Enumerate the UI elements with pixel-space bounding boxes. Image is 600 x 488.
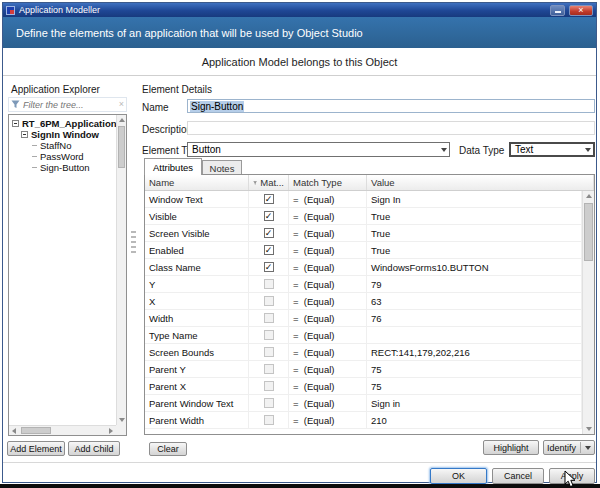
attribute-value: True xyxy=(367,242,582,258)
tree-item-staffno[interactable]: StaffNo xyxy=(12,140,116,151)
header-value[interactable]: Value xyxy=(367,175,594,190)
data-type-dropdown[interactable]: Text xyxy=(509,142,595,157)
match-checkbox[interactable]: ✓ xyxy=(264,194,274,204)
match-type-cell[interactable]: = (Equal) xyxy=(289,378,367,394)
scroll-up-icon[interactable] xyxy=(117,115,127,125)
header-match[interactable]: Mat... xyxy=(249,175,289,190)
element-details-title: Element Details xyxy=(142,84,212,95)
scroll-left-icon[interactable] xyxy=(9,426,19,436)
match-type-cell[interactable]: = (Equal) xyxy=(289,327,367,343)
add-child-button[interactable]: Add Child xyxy=(68,441,120,456)
match-type-cell[interactable]: = (Equal) xyxy=(289,293,367,309)
table-row[interactable]: Visible ✓ = (Equal) True xyxy=(145,208,582,225)
identify-button[interactable]: Identify xyxy=(543,440,595,455)
match-type-cell[interactable]: = (Equal) xyxy=(289,310,367,326)
match-checkbox[interactable] xyxy=(264,415,274,425)
match-checkbox[interactable] xyxy=(264,330,274,340)
scrollbar-thumb[interactable] xyxy=(118,126,125,168)
tree-horizontal-scrollbar[interactable] xyxy=(9,425,116,435)
match-checkbox[interactable]: ✓ xyxy=(264,211,274,221)
tree-vertical-scrollbar[interactable] xyxy=(116,115,126,425)
table-row[interactable]: Parent Window Text = (Equal) Sign in xyxy=(145,395,582,412)
match-type-cell[interactable]: = (Equal) xyxy=(289,208,367,224)
table-row[interactable]: Class Name ✓ = (Equal) WindowsForms10.BU… xyxy=(145,259,582,276)
tab-notes[interactable]: Notes xyxy=(202,160,242,175)
tree-item-password[interactable]: PassWord xyxy=(12,151,116,162)
attributes-table: Name Mat... Match Type Value Window Text… xyxy=(144,174,595,435)
header-name[interactable]: Name xyxy=(145,175,249,190)
match-type-cell[interactable]: = (Equal) xyxy=(289,225,367,241)
match-type-cell[interactable]: = (Equal) xyxy=(289,276,367,292)
table-row[interactable]: Enabled ✓ = (Equal) True xyxy=(145,242,582,259)
match-type-cell[interactable]: = (Equal) xyxy=(289,395,367,411)
tree-item-root[interactable]: RT_6PM_ApplicationModuler xyxy=(12,118,116,129)
table-row[interactable]: Width = (Equal) 76 xyxy=(145,310,582,327)
clear-button[interactable]: Clear xyxy=(149,442,187,456)
table-row[interactable]: X = (Equal) 63 xyxy=(145,293,582,310)
tab-attributes[interactable]: Attributes xyxy=(144,158,202,175)
collapse-icon[interactable] xyxy=(21,131,28,138)
filter-icon xyxy=(11,100,20,109)
tree-item-label: StaffNo xyxy=(40,140,72,151)
name-input[interactable]: Sign-Button xyxy=(187,99,595,113)
attribute-name: Parent Y xyxy=(145,361,249,377)
table-row[interactable]: Parent Y = (Equal) 75 xyxy=(145,361,582,378)
minimize-button[interactable] xyxy=(550,5,565,16)
scroll-down-icon[interactable] xyxy=(583,424,595,434)
match-type-cell[interactable]: = (Equal) xyxy=(289,361,367,377)
match-checkbox[interactable]: ✓ xyxy=(264,245,274,255)
scroll-down-icon[interactable] xyxy=(117,415,127,425)
chevron-down-icon xyxy=(585,446,591,450)
collapse-icon[interactable] xyxy=(12,120,19,127)
table-row[interactable]: Window Text ✓ = (Equal) Sign In xyxy=(145,191,582,208)
attribute-name: Class Name xyxy=(145,259,249,275)
table-row[interactable]: Screen Visible ✓ = (Equal) True xyxy=(145,225,582,242)
close-button[interactable]: × xyxy=(569,5,593,16)
match-checkbox[interactable] xyxy=(264,364,274,374)
table-vertical-scrollbar[interactable] xyxy=(582,191,594,434)
match-checkbox[interactable] xyxy=(264,279,274,289)
add-element-button[interactable]: Add Element xyxy=(7,441,65,456)
highlight-button[interactable]: Highlight xyxy=(483,440,539,455)
scroll-up-icon[interactable] xyxy=(583,191,595,201)
match-checkbox[interactable] xyxy=(264,381,274,391)
table-row[interactable]: Type Name = (Equal) xyxy=(145,327,582,344)
scrollbar-thumb[interactable] xyxy=(21,427,51,434)
match-checkbox[interactable] xyxy=(264,347,274,357)
match-checkbox[interactable] xyxy=(264,398,274,408)
scrollbar-thumb[interactable] xyxy=(584,203,593,261)
match-type-cell[interactable]: = (Equal) xyxy=(289,412,367,428)
cancel-button[interactable]: Cancel xyxy=(492,468,544,484)
table-row[interactable]: Y = (Equal) 79 xyxy=(145,276,582,293)
match-type-cell[interactable]: = (Equal) xyxy=(289,344,367,360)
attribute-value: 75 xyxy=(367,361,582,377)
attribute-name: X xyxy=(145,293,249,309)
scroll-right-icon[interactable] xyxy=(106,426,116,436)
attribute-value: 79 xyxy=(367,276,582,292)
clear-filter-icon[interactable]: × xyxy=(119,100,124,109)
splitter-handle[interactable] xyxy=(131,231,136,253)
match-checkbox[interactable] xyxy=(264,296,274,306)
attribute-name: Visible xyxy=(145,208,249,224)
header-match-type[interactable]: Match Type xyxy=(289,175,367,190)
apply-button[interactable]: Apply xyxy=(549,468,595,484)
ok-button[interactable]: OK xyxy=(430,468,487,484)
match-checkbox[interactable] xyxy=(264,313,274,323)
tree-item-sign-button[interactable]: Sign-Button xyxy=(12,162,116,173)
match-type-cell[interactable]: = (Equal) xyxy=(289,191,367,207)
match-type-cell[interactable]: = (Equal) xyxy=(289,242,367,258)
match-checkbox[interactable]: ✓ xyxy=(264,262,274,272)
attribute-name: Y xyxy=(145,276,249,292)
table-row[interactable]: Parent Width = (Equal) 210 xyxy=(145,412,582,429)
attribute-name: Enabled xyxy=(145,242,249,258)
match-type-cell[interactable]: = (Equal) xyxy=(289,259,367,275)
table-row[interactable]: Screen Bounds = (Equal) RECT:141,179,202… xyxy=(145,344,582,361)
element-type-dropdown[interactable]: Button xyxy=(187,142,450,157)
description-input[interactable] xyxy=(187,121,595,135)
banner-text: Application Model belongs to this Object xyxy=(202,56,398,68)
filter-input[interactable] xyxy=(23,100,116,110)
tree-filter: × xyxy=(8,97,127,112)
match-checkbox[interactable]: ✓ xyxy=(264,228,274,238)
table-row[interactable]: Parent X = (Equal) 75 xyxy=(145,378,582,395)
tree-item-signin-window[interactable]: SignIn Window xyxy=(12,129,116,140)
